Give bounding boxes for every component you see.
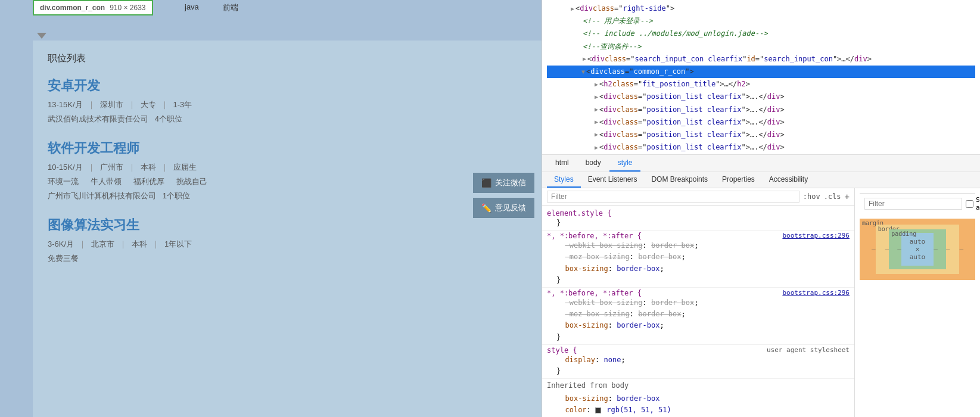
job-item[interactable]: 安卓开发 13-15K/月 ｜ 深圳市 ｜ 大专 ｜ 1-3年 武汉佰钧成技术有… [48, 77, 527, 125]
devtools-sub-tabs: Styles Event Listeners DOM Breakpoints P… [542, 172, 980, 188]
dom-line: <!-- 用户未登录--> [547, 15, 975, 27]
tab-style[interactable]: style [609, 155, 641, 172]
css-property: } [547, 275, 850, 286]
webpage-preview: div.common_r_con 910 × 2633 java 前端 职位列表… [0, 0, 542, 417]
css-rule: style { user agent stylesheet display: n… [542, 345, 854, 379]
css-property: -webkit-box-sizing: border-box; [547, 297, 850, 309]
dom-line[interactable]: ▶ <div class="position_list clearfix">….… [547, 91, 975, 103]
job-company: 武汉佰钧成技术有限责任公司 4个职位 [48, 114, 527, 125]
toggle-icon[interactable]: ▶ [595, 130, 598, 139]
subtab-event-listeners[interactable]: Event Listeners [581, 172, 645, 188]
border-values: – padding – auto × auto [885, 229, 950, 269]
job-education: 本科 [141, 162, 156, 173]
subtab-styles[interactable]: Styles [547, 172, 581, 188]
css-rule: *, *:before, *:after { bootstrap.css:296… [542, 288, 854, 345]
job-title[interactable]: 安卓开发 [48, 77, 527, 95]
styles-panel: :hov .cls + element.style { } [542, 188, 980, 417]
css-property: -moz-box-sizing: border-box; [547, 309, 850, 320]
filter-hov-button[interactable]: :hov [803, 192, 820, 201]
margin-box: margin – border – padding [860, 219, 975, 280]
css-selector: style { user agent stylesheet [547, 346, 850, 354]
job-meta: 3-6K/月 ｜ 北京市 ｜ 本科 ｜ 1年以下 [48, 239, 527, 250]
toggle-icon[interactable]: ▶ [583, 54, 586, 64]
job-education: 本科 [132, 239, 147, 250]
fold-arrow-icon [37, 33, 46, 39]
toggle-icon[interactable]: ▶ [571, 4, 574, 14]
devtools-main-tabs: html body style [542, 155, 980, 172]
toggle-icon[interactable]: ▶ [595, 80, 598, 89]
job-tag: 免费三餐 [48, 253, 79, 264]
css-property: -webkit-box-sizing: border-box; [547, 240, 850, 251]
qr-code-icon: ⬛ [481, 178, 491, 188]
css-property: display: none; [547, 354, 850, 366]
job-tag: 福利优厚 [133, 176, 164, 187]
box-model-container: Show all margin – border [855, 188, 980, 285]
add-style-rule-button[interactable]: + [845, 192, 850, 201]
padding-values: – auto × auto – [897, 233, 938, 266]
section-title: 职位列表 [48, 52, 527, 65]
toggle-icon[interactable]: ▶ [595, 92, 598, 102]
border-box: border – padding – [876, 225, 960, 274]
filter-bar: :hov .cls + [542, 188, 854, 206]
css-rule: element.style { } [542, 208, 854, 231]
toggle-icon[interactable]: ▶ [595, 143, 598, 153]
css-property: -moz-box-sizing: border-box; [547, 251, 850, 263]
css-source-label: user agent stylesheet [767, 346, 850, 354]
css-property: } [547, 366, 850, 377]
subtab-dom-breakpoints[interactable]: DOM Breakpoints [644, 172, 715, 188]
job-tags: 环境一流 牛人带领 福利优厚 挑战自己 [48, 176, 527, 187]
feedback-button[interactable]: ✏️ 意见反馈 [473, 198, 534, 218]
job-tags: 免费三餐 [48, 253, 527, 264]
dom-line[interactable]: ▶ <div class="search_input_con clearfix"… [547, 53, 975, 66]
job-company: 广州市飞川计算机科技有限公司 1个职位 [48, 191, 527, 201]
filter-input[interactable] [547, 191, 799, 203]
job-tag: 环境一流 [48, 176, 79, 187]
dom-line: <!--查询条件--> [547, 41, 975, 53]
show-all-label[interactable]: Show all [966, 196, 980, 211]
css-property: box-sizing: border-box; [547, 263, 850, 275]
css-rule-inherited: box-sizing: border-box color: rgb(51, 51… [542, 392, 854, 417]
margin-values: – border – padding [872, 225, 963, 274]
dom-tree[interactable]: ▶ <div class="right-side" > <!-- 用户未登录--… [542, 0, 980, 155]
toggle-icon[interactable]: ▶ [595, 117, 598, 127]
content-box: auto × auto [901, 233, 934, 266]
feedback-icon: ✏️ [481, 203, 491, 213]
css-selector: *, *:before, *:after { bootstrap.css:296 [547, 289, 850, 297]
job-city: 北京市 [91, 239, 114, 250]
subtab-properties[interactable]: Properties [715, 172, 762, 188]
float-buttons: ⬛ 关注微信 ✏️ 意见反馈 [473, 173, 534, 218]
filter-cls-button[interactable]: .cls [824, 192, 841, 201]
job-title[interactable]: 图像算法实习生 [48, 216, 527, 234]
css-property: color: rgb(51, 51, 51) [547, 404, 850, 416]
dom-line[interactable]: ▶ <div class="position_list clearfix">….… [547, 116, 975, 129]
dom-line: <!-- include ../modules/mod_unlogin.jade… [547, 27, 975, 40]
job-experience: 1-3年 [173, 99, 192, 110]
css-property: } [547, 217, 850, 229]
dom-line[interactable]: ▶ <div class="position_list clearfix">….… [547, 104, 975, 116]
dom-line-selected[interactable]: ▼ <div class="common_r_con"> [547, 66, 975, 78]
dom-line[interactable]: ▶ <div class="right-side" > [547, 2, 975, 15]
wechat-follow-button[interactable]: ⬛ 关注微信 [473, 173, 534, 193]
job-item[interactable]: 图像算法实习生 3-6K/月 ｜ 北京市 ｜ 本科 ｜ 1年以下 免费三餐 [48, 216, 527, 264]
dom-line[interactable]: ▶ <div class="position_list clearfix">….… [547, 129, 975, 141]
tab-body[interactable]: body [577, 155, 609, 172]
box-model-filter-bar: Show all [860, 193, 975, 214]
devtools-panel: ▶ <div class="right-side" > <!-- 用户未登录--… [542, 0, 980, 417]
dom-line[interactable]: ▶ <h2 class="fit_postion_title">…</h2> [547, 78, 975, 91]
subtab-accessibility[interactable]: Accessibility [762, 172, 815, 188]
tab-html[interactable]: html [547, 155, 577, 172]
box-model-visual: margin – border – padding [860, 219, 975, 280]
language-tabs: java 前端 [179, 0, 244, 15]
box-model-filter-input[interactable] [864, 198, 962, 210]
job-experience: 应届生 [173, 162, 197, 173]
css-source-link[interactable]: bootstrap.css:296 [782, 289, 850, 297]
tab-frontend[interactable]: 前端 [217, 0, 244, 15]
job-city: 深圳市 [100, 99, 123, 110]
dom-line[interactable]: ▶ <div class="position_list clearfix">….… [547, 141, 975, 154]
job-title[interactable]: 软件开发工程师 [48, 139, 527, 157]
toggle-icon[interactable]: ▶ [595, 105, 598, 114]
job-item[interactable]: 软件开发工程师 10-15K/月 ｜ 广州市 ｜ 本科 ｜ 应届生 环境一流 牛… [48, 139, 527, 201]
tab-java[interactable]: java [179, 0, 205, 15]
show-all-checkbox[interactable] [966, 200, 973, 208]
css-source-link[interactable]: bootstrap.css:296 [782, 232, 850, 239]
